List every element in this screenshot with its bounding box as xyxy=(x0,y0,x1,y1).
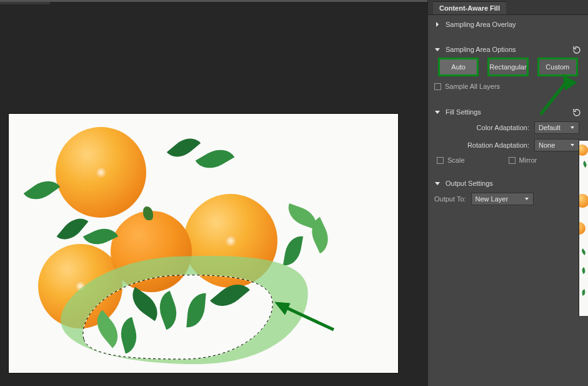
section-title: Fill Settings xyxy=(446,108,481,116)
scale-mirror-row: Scale Mirror xyxy=(428,156,588,168)
section-title: Sampling Area Overlay xyxy=(446,21,516,28)
panel-tab-caf[interactable]: Content-Aware Fill xyxy=(433,1,506,14)
color-adaptation-row: Color Adaptation: Default xyxy=(428,121,588,139)
section-header[interactable]: Sampling Area Options xyxy=(428,45,588,59)
rotation-adaptation-select[interactable]: None xyxy=(534,139,579,151)
top-options-bar xyxy=(0,0,427,2)
annotation-arrow xyxy=(271,298,346,336)
section-title: Sampling Area Options xyxy=(446,46,516,53)
sample-all-layers-checkbox[interactable] xyxy=(434,83,441,90)
chevron-down-icon xyxy=(570,125,575,130)
chevron-right-icon xyxy=(434,21,441,28)
chevron-down-icon xyxy=(570,143,575,148)
document-viewport[interactable] xyxy=(0,4,427,386)
output-to-value: New Layer xyxy=(476,195,509,203)
mirror-checkbox[interactable] xyxy=(509,157,516,164)
section-sampling-options: Sampling Area Options Auto Rectangular C… xyxy=(428,40,588,103)
output-to-row: Output To: New Layer xyxy=(428,193,588,210)
color-adaptation-value: Default xyxy=(539,124,561,131)
color-adaptation-select[interactable]: Default xyxy=(534,121,579,134)
color-adaptation-label: Color Adaptation: xyxy=(457,124,529,131)
sample-all-layers-label: Sample All Layers xyxy=(445,83,500,90)
scale-checkbox[interactable] xyxy=(437,157,444,164)
section-fill-settings: Fill Settings Color Adaptation: Default … xyxy=(428,103,588,174)
section-header[interactable]: Sampling Area Overlay xyxy=(428,20,588,34)
svg-marker-1 xyxy=(275,302,290,315)
output-to-label: Output To: xyxy=(434,195,466,203)
reset-icon[interactable] xyxy=(572,108,582,118)
svg-line-0 xyxy=(282,306,334,330)
mirror-label: Mirror xyxy=(519,156,537,164)
reset-icon[interactable] xyxy=(572,45,582,55)
section-header[interactable]: Fill Settings xyxy=(428,108,588,121)
section-title: Output Settings xyxy=(446,180,493,187)
svg-marker-3 xyxy=(563,75,577,90)
scale-label: Scale xyxy=(447,156,465,164)
rotation-adaptation-row: Rotation Adaptation: None xyxy=(428,139,588,156)
mode-custom-button[interactable]: Custom xyxy=(539,59,577,75)
section-header[interactable]: Output Settings xyxy=(428,179,588,193)
chevron-down-icon xyxy=(434,46,441,53)
chevron-down-icon xyxy=(434,109,441,115)
caf-panel: Content-Aware Fill Sampling Area Overlay… xyxy=(427,0,588,386)
mode-auto-button[interactable]: Auto xyxy=(439,59,477,75)
chevron-down-icon xyxy=(434,180,441,186)
document-image[interactable] xyxy=(9,114,398,373)
panel-tab-bar: Content-Aware Fill xyxy=(428,0,588,15)
mode-rectangular-button[interactable]: Rectangular xyxy=(489,59,527,75)
rotation-adaptation-label: Rotation Adaptation: xyxy=(457,141,529,149)
canvas-area xyxy=(0,0,427,386)
rotation-adaptation-value: None xyxy=(539,141,555,149)
preview-sliver xyxy=(579,141,588,316)
chevron-down-icon xyxy=(524,196,529,201)
output-to-select[interactable]: New Layer xyxy=(471,193,534,205)
section-output-settings: Output Settings Output To: New Layer xyxy=(428,174,588,216)
section-sampling-overlay: Sampling Area Overlay xyxy=(428,15,588,40)
